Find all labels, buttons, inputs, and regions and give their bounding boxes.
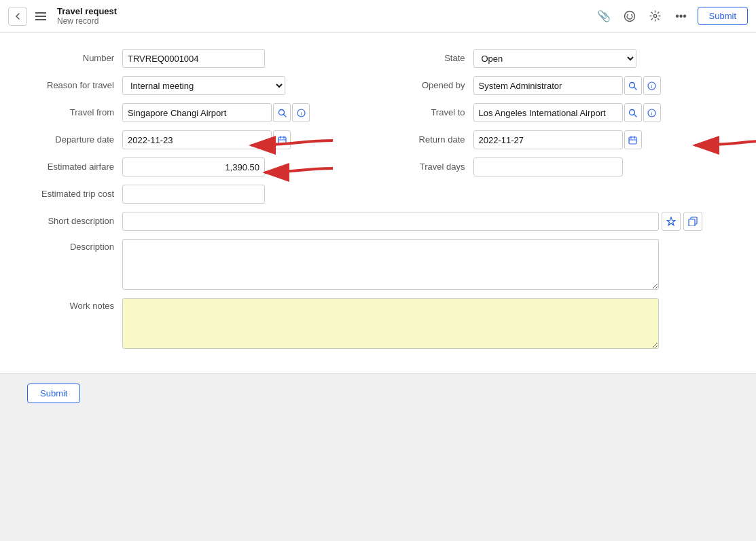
travel-from-search-button[interactable] (273, 103, 291, 122)
settings-icon[interactable] (646, 7, 665, 26)
half-number: Number (27, 49, 378, 68)
return-date-calendar-button[interactable] (624, 130, 642, 149)
travel-from-group: i (122, 103, 310, 122)
top-bar: Travel request New record 📎 ••• Submit (0, 0, 756, 33)
row-dates: Departure date Return date (0, 130, 756, 149)
svg-point-1 (627, 14, 628, 16)
departure-date-calendar-button[interactable] (273, 130, 291, 149)
svg-point-3 (653, 14, 656, 17)
row-work-notes: Work notes (0, 298, 756, 349)
page-subtitle: New record (57, 16, 117, 26)
travel-to-group: i (473, 103, 661, 122)
state-label: State (378, 49, 473, 68)
svg-text:i: i (300, 111, 302, 117)
departure-date-label: Departure date (27, 130, 122, 149)
half-travel-from: Travel from i (27, 103, 378, 122)
short-description-input[interactable] (122, 212, 659, 231)
short-desc-suggest-button[interactable] (662, 212, 681, 231)
row-short-description: Short description (0, 212, 756, 231)
state-select[interactable]: Open Closed Cancelled (473, 49, 636, 68)
svg-line-13 (634, 114, 637, 117)
description-textarea[interactable] (122, 239, 659, 290)
form-section: Number State Open Closed Cancelled Reaso… (0, 33, 756, 373)
row-travel-from-to: Travel from i Travel to (0, 103, 756, 122)
estimated-airfare-label: Estimated airfare (27, 157, 122, 176)
short-description-label: Short description (27, 212, 122, 231)
number-label: Number (27, 49, 122, 68)
svg-text:i: i (651, 83, 653, 90)
reason-label: Reason for travel (27, 76, 122, 95)
opened-by-search-button[interactable] (624, 76, 642, 95)
reason-select[interactable]: Internal meeting Client visit Conference… (122, 76, 285, 95)
half-trip-cost: Estimated trip cost (27, 185, 378, 204)
top-bar-left: Travel request New record (8, 6, 117, 26)
description-label: Description (27, 239, 122, 252)
svg-rect-20 (629, 137, 636, 144)
svg-rect-28 (689, 219, 695, 226)
half-return: Return date (378, 130, 730, 149)
row-number-state: Number State Open Closed Cancelled (0, 49, 756, 68)
half-airfare: Estimated airfare (27, 157, 378, 176)
travel-to-info-button[interactable]: i (643, 103, 661, 122)
short-description-group (122, 212, 729, 231)
return-date-input[interactable] (473, 130, 623, 149)
opened-by-label: Opened by (378, 76, 473, 95)
opened-by-info-button[interactable]: i (643, 76, 661, 95)
opened-by-group: i (473, 76, 661, 95)
travel-to-input[interactable] (473, 103, 623, 122)
travel-days-input[interactable] (473, 157, 623, 176)
svg-point-0 (624, 11, 634, 21)
travel-from-input[interactable] (122, 103, 272, 122)
work-notes-textarea[interactable] (122, 298, 659, 349)
svg-text:i: i (651, 111, 653, 117)
hamburger-menu[interactable] (33, 10, 49, 23)
estimated-airfare-input[interactable] (122, 157, 265, 176)
attachment-icon[interactable]: 📎 (594, 7, 613, 26)
page-title: Travel request (57, 6, 117, 16)
number-input[interactable] (122, 49, 265, 68)
estimated-trip-cost-label: Estimated trip cost (27, 185, 122, 204)
top-bar-right: 📎 ••• Submit (594, 7, 748, 26)
half-reason: Reason for travel Internal meeting Clien… (27, 76, 378, 95)
departure-date-group (122, 130, 291, 149)
return-date-label: Return date (378, 130, 473, 149)
submit-button-top[interactable]: Submit (698, 7, 748, 25)
title-block: Travel request New record (57, 6, 117, 26)
svg-point-2 (631, 14, 632, 16)
departure-date-input[interactable] (122, 130, 272, 149)
half-openedby: Opened by i (378, 76, 730, 95)
work-notes-label: Work notes (27, 298, 122, 311)
travel-days-label: Travel days (378, 157, 473, 176)
svg-line-9 (283, 114, 286, 117)
estimated-trip-cost-input[interactable] (122, 185, 265, 204)
half-travel-days: Travel days (378, 157, 730, 176)
bottom-bar: Submit (0, 373, 756, 413)
row-reason-openedby: Reason for travel Internal meeting Clien… (0, 76, 756, 95)
travel-from-info-button[interactable]: i (292, 103, 310, 122)
submit-button-bottom[interactable]: Submit (27, 384, 80, 403)
travel-from-label: Travel from (27, 103, 122, 122)
more-options-icon[interactable]: ••• (672, 7, 691, 26)
half-state: State Open Closed Cancelled (378, 49, 730, 68)
opened-by-input[interactable] (473, 76, 623, 95)
row-description: Description (0, 239, 756, 290)
activity-icon[interactable] (620, 7, 639, 26)
svg-line-5 (634, 87, 637, 90)
half-departure: Departure date (27, 130, 378, 149)
short-desc-copy-button[interactable] (683, 212, 702, 231)
travel-to-label: Travel to (378, 103, 473, 122)
travel-to-search-button[interactable] (624, 103, 642, 122)
svg-rect-16 (278, 137, 286, 144)
row-airfare-traveldays: Estimated airfare Travel days (0, 157, 756, 176)
back-button[interactable] (8, 7, 27, 26)
return-date-group (473, 130, 642, 149)
form-area: Number State Open Closed Cancelled Reaso… (0, 33, 756, 373)
row-trip-cost: Estimated trip cost (0, 185, 756, 204)
half-travel-to: Travel to i (378, 103, 730, 122)
footer-area: ⏱ (0, 413, 756, 541)
